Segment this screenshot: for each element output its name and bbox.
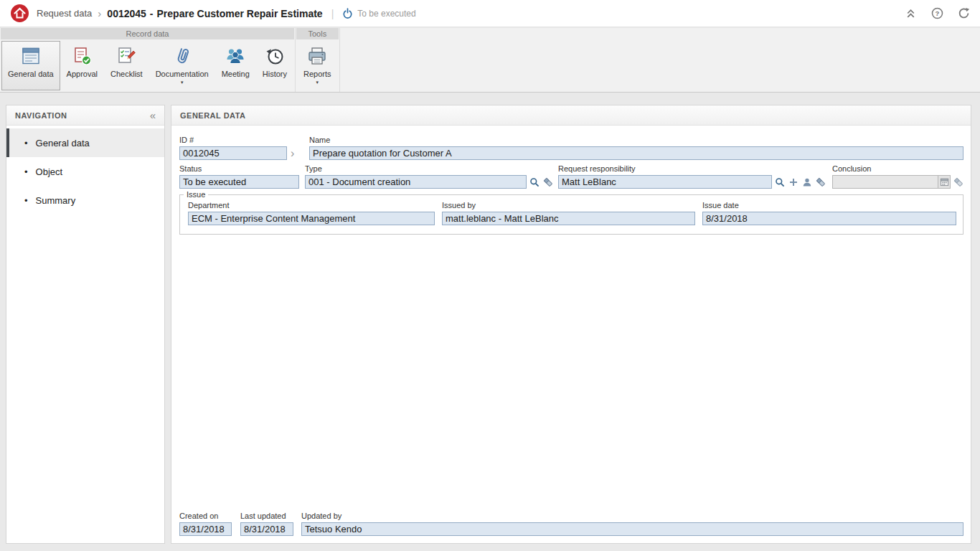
ribbon-toolbar: Record data General data xyxy=(0,28,980,93)
record-id: 0012045 xyxy=(107,8,146,19)
field-label: ID # xyxy=(179,136,306,145)
type-clear-eraser-icon[interactable] xyxy=(542,176,554,188)
field-label: Department xyxy=(188,201,435,210)
ribbon-button-label: Reports xyxy=(303,70,331,78)
page-title: Prepare Customer Repair Estimate xyxy=(157,8,323,19)
checklist-icon xyxy=(116,45,137,67)
help-icon[interactable]: ? xyxy=(931,7,943,19)
meeting-people-icon xyxy=(225,45,246,67)
ribbon-button-documentation[interactable]: Documentation ▼ xyxy=(149,41,215,90)
top-bar: Request data › 0012045 - Prepare Custome… xyxy=(0,0,980,27)
bullet-icon: • xyxy=(24,138,28,149)
ribbon-button-label: General data xyxy=(8,70,54,78)
status-input[interactable] xyxy=(179,175,299,189)
general-data-icon xyxy=(20,45,42,67)
field-label: Name xyxy=(309,136,963,145)
ribbon-group-tools: Tools Reports ▼ xyxy=(295,28,339,92)
last-updated-input[interactable] xyxy=(240,522,293,536)
ribbon-group-label: Record data xyxy=(1,28,294,39)
ribbon-button-reports[interactable]: Reports ▼ xyxy=(297,41,338,90)
field-label: Conclusion xyxy=(832,164,969,174)
ribbon-filler xyxy=(339,28,980,92)
responsibility-input[interactable] xyxy=(558,175,772,189)
type-input[interactable] xyxy=(305,175,527,189)
collapse-nav-icon[interactable]: « xyxy=(150,110,156,121)
responsibility-user-icon[interactable] xyxy=(801,176,813,188)
field-id: ID # › xyxy=(179,136,306,160)
dropdown-caret-icon: ▼ xyxy=(315,80,319,85)
approval-icon xyxy=(71,45,93,67)
sidebar-item-label: General data xyxy=(36,138,90,149)
bullet-icon: • xyxy=(24,166,28,177)
ribbon-button-label: Checklist xyxy=(110,70,143,78)
topbar-actions: ? xyxy=(905,7,970,19)
panel-title: GENERAL DATA xyxy=(180,111,246,120)
ribbon-group-record-data: Record data General data xyxy=(0,28,295,92)
field-label: Status xyxy=(179,164,299,174)
ribbon-button-label: Documentation xyxy=(156,70,209,78)
name-input[interactable] xyxy=(309,146,963,160)
ribbon-button-general-data[interactable]: General data xyxy=(1,41,60,90)
field-name: Name xyxy=(309,136,963,160)
field-issue-date: Issue date xyxy=(702,201,956,225)
paperclip-icon xyxy=(171,45,193,67)
svg-text:?: ? xyxy=(936,9,940,17)
id-expand-chevron-icon[interactable]: › xyxy=(289,146,296,160)
updated-by-input[interactable] xyxy=(301,522,963,536)
sidebar-item-label: Object xyxy=(36,166,63,177)
app-logo-icon[interactable] xyxy=(10,4,29,23)
responsibility-add-icon[interactable] xyxy=(788,176,799,188)
field-type: Type xyxy=(305,164,556,189)
collapse-toolbar-icon[interactable] xyxy=(905,7,917,19)
status-power-icon xyxy=(342,8,353,19)
general-data-panel: GENERAL DATA ID # › Name Status Type xyxy=(171,105,971,544)
ribbon-button-history[interactable]: History xyxy=(256,41,293,90)
title-separator: - xyxy=(150,8,154,19)
department-input[interactable] xyxy=(188,212,435,225)
ribbon-button-checklist[interactable]: Checklist xyxy=(104,41,149,90)
field-status: Status xyxy=(179,164,299,189)
field-department: Department xyxy=(188,201,435,225)
sidebar-item-general-data[interactable]: • General data xyxy=(6,128,164,157)
navigation-panel-title: NAVIGATION xyxy=(15,111,67,120)
printer-icon xyxy=(306,45,328,67)
conclusion-calendar-icon[interactable] xyxy=(938,175,951,189)
responsibility-clear-eraser-icon[interactable] xyxy=(815,176,826,188)
ribbon-button-label: History xyxy=(263,70,287,78)
field-issued-by: Issued by xyxy=(442,201,695,225)
field-updated-by: Updated by xyxy=(301,512,963,536)
field-label: Created on xyxy=(179,512,232,521)
status-badge: To be executed xyxy=(357,9,415,19)
field-label: Request responsibility xyxy=(558,164,831,174)
sidebar-item-summary[interactable]: • Summary xyxy=(6,186,164,215)
ribbon-button-meeting[interactable]: Meeting xyxy=(215,41,256,90)
dropdown-caret-icon: ▼ xyxy=(180,80,184,85)
title-divider: | xyxy=(331,8,334,19)
conclusion-clear-eraser-icon[interactable] xyxy=(953,176,964,188)
field-last-updated: Last updated xyxy=(240,512,293,536)
issued-by-input[interactable] xyxy=(442,212,695,225)
responsibility-search-icon[interactable] xyxy=(774,176,786,188)
conclusion-input[interactable] xyxy=(832,175,938,189)
field-label: Updated by xyxy=(301,512,963,521)
ribbon-button-approval[interactable]: Approval xyxy=(60,41,104,90)
field-label: Type xyxy=(305,164,556,174)
issue-legend: Issue xyxy=(184,190,208,199)
general-data-form: ID # › Name Status Type xyxy=(171,126,971,543)
field-label: Issued by xyxy=(442,201,695,210)
field-request-responsibility: Request responsibility xyxy=(558,164,831,189)
issue-date-input[interactable] xyxy=(702,212,956,225)
ribbon-button-label: Meeting xyxy=(222,70,250,78)
refresh-icon[interactable] xyxy=(958,7,970,19)
field-label: Issue date xyxy=(702,201,956,210)
sidebar-item-object[interactable]: • Object xyxy=(6,157,164,186)
ribbon-button-label: Approval xyxy=(67,70,98,78)
ribbon-group-label: Tools xyxy=(296,28,339,39)
created-on-input[interactable] xyxy=(179,522,232,536)
id-input[interactable] xyxy=(179,146,287,160)
type-search-icon[interactable] xyxy=(529,176,540,188)
field-created-on: Created on xyxy=(179,512,232,536)
bullet-icon: • xyxy=(24,195,28,206)
navigation-panel: NAVIGATION « • General data • Object • S… xyxy=(6,105,165,544)
breadcrumb[interactable]: Request data xyxy=(37,8,92,19)
